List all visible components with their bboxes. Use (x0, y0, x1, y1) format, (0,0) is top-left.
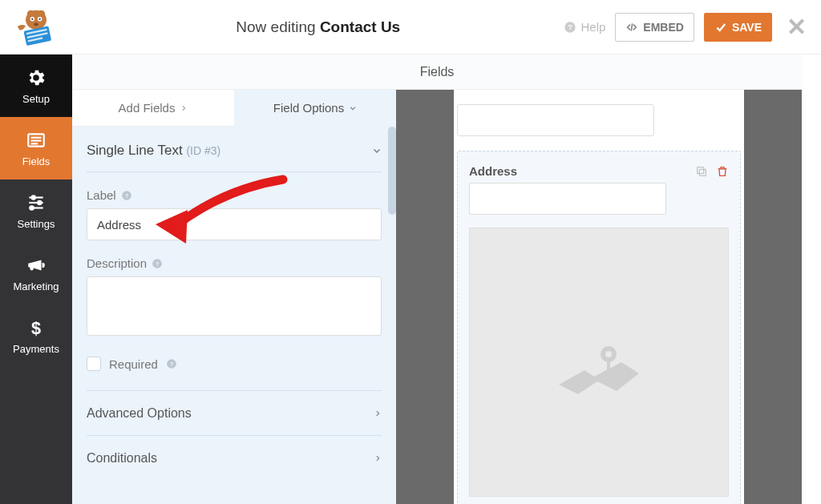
svg-rect-33 (698, 167, 704, 173)
close-icon[interactable]: ✕ (787, 15, 807, 39)
tab-label: Add Fields (119, 101, 176, 115)
required-checkbox[interactable] (87, 357, 101, 371)
sidebar-item-label: Payments (13, 343, 59, 355)
form-icon (26, 130, 47, 151)
top-bar: Now editing Contact Us ? Help EMBED SAVE… (0, 0, 821, 54)
tab-add-fields[interactable]: Add Fields (72, 90, 234, 127)
map-placeholder (469, 228, 729, 497)
advanced-label: Advanced Options (87, 406, 192, 421)
scrollbar-thumb[interactable] (388, 127, 396, 215)
editing-title: Now editing Contact Us (72, 18, 564, 36)
sidebar-item-label: Setup (22, 93, 50, 105)
help-icon[interactable]: ? (166, 358, 177, 369)
subheader: Fields (72, 54, 802, 90)
panel-tabs: Add Fields Field Options (72, 90, 396, 127)
selected-field[interactable]: Address (457, 151, 741, 504)
chevron-down-icon (349, 104, 357, 112)
field-label: Address (469, 164, 517, 178)
address-input[interactable] (469, 183, 666, 215)
save-button[interactable]: SAVE (704, 13, 772, 42)
svg-point-22 (38, 200, 41, 204)
svg-rect-36 (607, 361, 610, 375)
svg-rect-32 (699, 169, 706, 175)
options-panel: Add Fields Field Options Single Line Tex… (72, 90, 396, 504)
section-title: Single Line Text (87, 143, 183, 158)
sidebar-item-marketing[interactable]: Marketing (0, 242, 72, 304)
help-icon[interactable]: ? (152, 258, 163, 269)
form-preview: Address Submit (454, 90, 744, 504)
chevron-right-icon (180, 104, 188, 112)
panel-scroll[interactable]: Single Line Text (ID #3) Label ? Descrip… (72, 127, 396, 504)
code-icon (625, 21, 638, 34)
editing-prefix: Now editing (236, 18, 315, 35)
svg-text:?: ? (156, 260, 160, 267)
check-icon (714, 21, 727, 34)
logo-wrap (0, 0, 72, 54)
help-label: Help (580, 20, 605, 34)
advanced-options-row[interactable]: Advanced Options (87, 391, 382, 436)
svg-point-7 (34, 22, 38, 26)
help-icon: ? (564, 21, 576, 34)
conditionals-label: Conditionals (87, 451, 157, 466)
tab-label: Field Options (273, 101, 344, 115)
top-right-controls: ? Help EMBED SAVE ✕ (564, 13, 821, 42)
map-pin-icon (551, 322, 647, 402)
svg-text:?: ? (124, 192, 128, 199)
sidebar-item-settings[interactable]: Settings (0, 179, 72, 242)
required-row[interactable]: Required ? (87, 357, 382, 371)
description-input[interactable] (87, 276, 382, 336)
sidebar-item-label: Settings (18, 218, 55, 230)
svg-point-2 (38, 10, 45, 17)
previous-field-placeholder[interactable] (457, 104, 654, 136)
help-link[interactable]: ? Help (564, 20, 605, 34)
duplicate-icon[interactable] (695, 165, 708, 178)
svg-point-1 (27, 10, 34, 17)
required-caption: Required (109, 357, 158, 371)
preview-canvas: Address Submit (396, 90, 802, 504)
svg-text:?: ? (568, 23, 573, 31)
sliders-icon (26, 192, 47, 213)
save-label: SAVE (732, 21, 762, 34)
field-section-header[interactable]: Single Line Text (ID #3) (87, 127, 382, 172)
svg-point-24 (30, 206, 33, 209)
svg-text:?: ? (170, 361, 174, 368)
description-caption-row: Description ? (87, 256, 382, 270)
sidebar-item-payments[interactable]: $ Payments (0, 304, 72, 367)
svg-point-35 (605, 351, 612, 357)
conditionals-row[interactable]: Conditionals (87, 436, 382, 481)
tab-field-options[interactable]: Field Options (234, 90, 396, 127)
embed-label: EMBED (643, 21, 684, 34)
svg-line-14 (632, 23, 633, 30)
chevron-down-icon (372, 146, 382, 155)
label-input[interactable] (87, 208, 382, 240)
sidebar-item-fields[interactable]: Fields (0, 117, 72, 179)
trash-icon[interactable] (716, 165, 729, 178)
wpforms-logo-icon (12, 6, 60, 48)
description-caption: Description (87, 256, 147, 270)
help-icon[interactable]: ? (121, 190, 132, 201)
chevron-right-icon (374, 409, 382, 417)
side-nav: Setup Fields Settings Marketing $ Paymen… (0, 54, 72, 504)
chevron-right-icon (374, 454, 382, 462)
section-id: (ID #3) (186, 144, 220, 157)
dollar-icon: $ (26, 317, 47, 338)
subheader-title: Fields (420, 65, 455, 79)
gear-icon (26, 67, 47, 88)
label-caption-row: Label ? (87, 188, 382, 202)
label-caption: Label (87, 188, 116, 202)
form-name: Contact Us (320, 18, 400, 35)
svg-point-6 (39, 18, 41, 19)
svg-point-5 (31, 18, 33, 19)
sidebar-item-label: Fields (22, 155, 51, 167)
bullhorn-icon (26, 255, 47, 276)
sidebar-item-setup[interactable]: Setup (0, 54, 72, 117)
sidebar-item-label: Marketing (13, 280, 59, 292)
embed-button[interactable]: EMBED (615, 13, 694, 42)
svg-point-20 (32, 196, 35, 199)
svg-text:$: $ (31, 317, 41, 337)
